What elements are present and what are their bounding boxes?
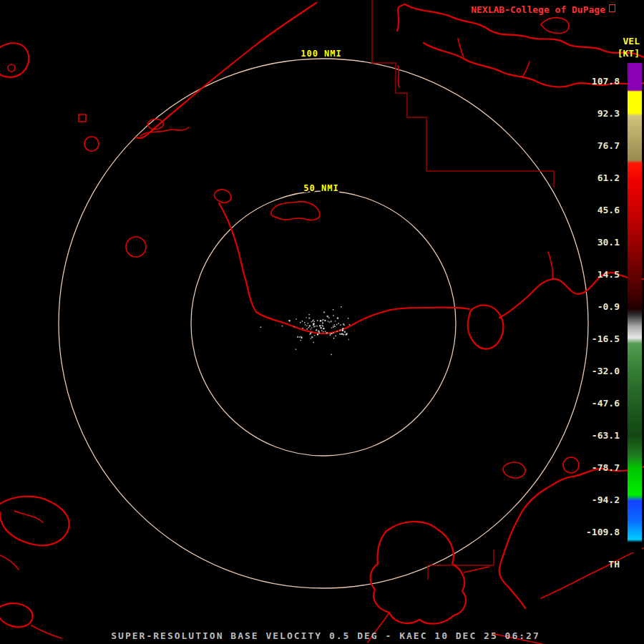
echo-pixel — [335, 336, 336, 337]
colorbar-tick-label: -78.7 — [577, 462, 620, 474]
product-caption: SUPER-RESOLUTION BASE VELOCITY 0.5 DEG -… — [111, 630, 540, 641]
site-header: NEXLAB-College of DuPage — [471, 4, 615, 15]
echo-pixel — [323, 319, 324, 321]
echo-pixel — [323, 311, 325, 313]
echo-pixel — [323, 328, 324, 329]
island-outline — [126, 237, 146, 257]
coastline — [398, 66, 399, 87]
echo-pixel — [333, 326, 334, 328]
echo-pixel — [331, 321, 332, 322]
echo-pixel — [308, 314, 310, 316]
ring-label-50nmi: 50 NMI — [303, 183, 338, 193]
echo-pixel — [324, 320, 326, 321]
colorbar-tick-label: -0.9 — [577, 301, 620, 313]
coastline — [458, 39, 464, 57]
coastline — [397, 4, 405, 31]
ring-label-100nmi: 100 NMI — [301, 49, 342, 59]
colorbar-tick-label: 107.8 — [577, 76, 620, 87]
echo-pixel — [299, 336, 301, 338]
island-outline — [468, 306, 504, 349]
colorbar-tick-label: 76.7 — [577, 140, 620, 152]
island-outline — [79, 114, 86, 122]
colorbar-tick-label: TH — [577, 559, 620, 570]
echo-pixel — [325, 331, 326, 332]
coastline — [31, 625, 62, 638]
coastline — [499, 273, 644, 318]
echo-pixel — [344, 331, 346, 333]
colorbar-tick-label: -109.8 — [577, 527, 620, 538]
echo-pixel — [323, 326, 324, 327]
echo-pixel — [306, 325, 308, 326]
coastline — [464, 567, 489, 572]
colorbar-tick-label: -16.5 — [577, 333, 620, 345]
echo-pixel — [300, 322, 301, 323]
velocity-colorbar — [628, 63, 642, 552]
echo-pixel — [334, 324, 336, 326]
echo-pixel — [343, 325, 345, 326]
echo-pixel — [294, 326, 296, 328]
echo-pixel — [318, 330, 319, 331]
echo-pixel — [346, 333, 348, 334]
echo-pixel — [323, 331, 324, 333]
echo-pixel — [349, 324, 351, 326]
echo-pixel — [333, 309, 334, 311]
echo-pixel — [326, 332, 328, 333]
echo-pixel — [340, 324, 341, 326]
echo-pixel — [333, 332, 334, 333]
echo-pixel — [314, 335, 316, 336]
echo-pixel — [311, 327, 313, 328]
colorbar-tick-label: 45.6 — [577, 205, 620, 216]
island-outline — [8, 64, 15, 72]
echo-pixel — [313, 321, 315, 323]
echo-pixel — [310, 333, 311, 335]
coastline — [0, 497, 69, 546]
echo-pixel — [336, 324, 338, 326]
echo-pixel — [348, 318, 349, 319]
coastline — [0, 555, 19, 570]
echo-pixel — [317, 333, 318, 335]
echo-pixel — [308, 327, 310, 328]
echo-pixel — [330, 335, 331, 336]
echo-pixel — [302, 321, 303, 322]
echo-pixel — [328, 321, 329, 322]
echo-pixel — [333, 338, 335, 339]
echo-pixel — [340, 330, 341, 331]
colorbar-tick-label: -94.2 — [577, 494, 620, 506]
coastline — [14, 511, 43, 522]
echo-pixel — [341, 333, 343, 335]
echo-pixel — [260, 326, 262, 328]
echo-pixel — [319, 325, 321, 326]
colorbar-tick-label: 14.5 — [577, 269, 620, 280]
echo-pixel — [309, 333, 311, 335]
boundary-line — [428, 550, 494, 580]
echo-pixel — [320, 320, 321, 321]
colorbar-tick-label: -47.6 — [577, 398, 620, 409]
echo-pixel — [331, 354, 332, 356]
colorbar-tick-label: -63.1 — [577, 430, 620, 441]
echo-pixel — [300, 340, 301, 341]
echo-pixel — [333, 326, 334, 327]
echo-pixel — [312, 321, 313, 322]
site-title: NEXLAB-College of DuPage — [471, 4, 605, 15]
echo-pixel — [313, 342, 314, 343]
colorbar-tick-label: 61.2 — [577, 172, 620, 184]
echo-pixel — [311, 321, 312, 323]
echo-pixel — [311, 338, 312, 339]
echo-pixel — [338, 323, 339, 324]
echo-pixel — [301, 337, 302, 338]
echo-pixel — [316, 326, 318, 327]
echo-pixel — [306, 328, 308, 330]
echo-pixel — [333, 315, 334, 316]
coastline — [499, 467, 644, 608]
echo-pixel — [330, 333, 331, 335]
echo-pixel — [322, 321, 323, 322]
island-outline — [84, 137, 99, 151]
echo-pixel — [296, 349, 297, 351]
echo-pixel — [311, 336, 313, 338]
boundary-line — [372, 0, 554, 187]
echo-pixel — [336, 331, 338, 332]
echo-pixel — [329, 322, 331, 323]
echo-pixel — [331, 333, 333, 334]
echo-pixel — [331, 327, 333, 328]
title-mark-icon — [609, 4, 615, 12]
